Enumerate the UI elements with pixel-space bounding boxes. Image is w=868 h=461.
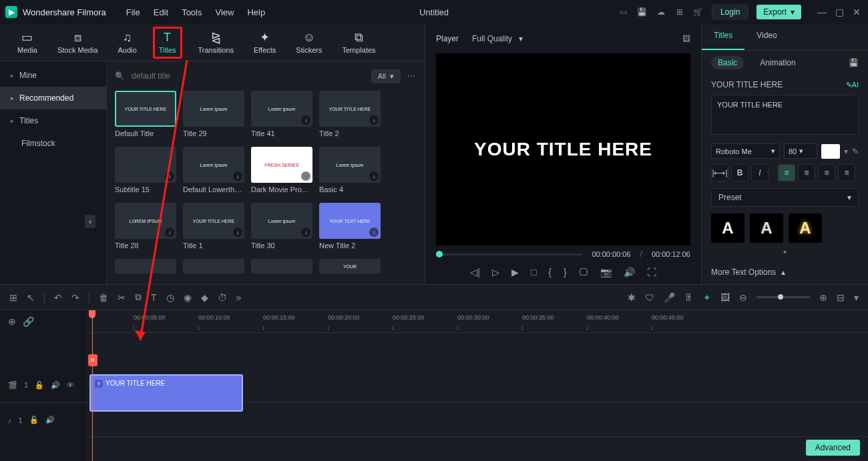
- sidebar-item-mine[interactable]: ▸Mine: [0, 64, 106, 87]
- mute-icon[interactable]: 🔊: [45, 416, 55, 424]
- tool-tab-templates[interactable]: ⧉Templates: [338, 29, 379, 57]
- time-slider[interactable]: [436, 254, 582, 256]
- title-thumbnail[interactable]: ↓Subtitle 15: [115, 147, 176, 200]
- cart-icon[interactable]: 🛒: [693, 7, 704, 17]
- tool-tab-stock-media[interactable]: ⧈Stock Media: [53, 29, 102, 57]
- eyedropper-icon[interactable]: ✎: [852, 147, 859, 156]
- cut-marker[interactable]: ✕: [88, 354, 97, 366]
- device-icon[interactable]: ▭: [618, 7, 629, 17]
- zoom-slider[interactable]: [756, 296, 810, 298]
- align-left-button[interactable]: ≡: [778, 164, 795, 181]
- timer-button[interactable]: ⏱: [218, 292, 227, 303]
- align-center-button[interactable]: ≡: [798, 164, 815, 181]
- preset-thumb-1[interactable]: A: [711, 213, 744, 243]
- download-icon[interactable]: ↓: [369, 115, 379, 125]
- audio-track-header[interactable]: ♪ 1 🔓 🔊: [0, 402, 87, 437]
- menu-edit[interactable]: Edit: [154, 7, 168, 17]
- lock-icon[interactable]: 🔓: [35, 381, 44, 390]
- menu-help[interactable]: Help: [247, 7, 265, 17]
- title-thumbnail[interactable]: YOUR TEXT HERE↓New Title 2: [319, 203, 381, 256]
- camera-icon[interactable]: 📷: [600, 267, 612, 278]
- mark-out-button[interactable]: }: [564, 267, 567, 278]
- color-button[interactable]: ◉: [184, 292, 192, 303]
- font-dropdown[interactable]: Roboto Me▾: [711, 143, 780, 159]
- more-tools-button[interactable]: »: [236, 292, 242, 303]
- rp-tab-titles[interactable]: Titles: [702, 24, 744, 50]
- title-thumbnail[interactable]: Lorem Ipsum↓Basic 4: [319, 147, 381, 200]
- title-clip[interactable]: T YOUR TITLE HERE: [89, 374, 243, 412]
- maximize-button[interactable]: ▢: [833, 6, 845, 18]
- text-button[interactable]: T: [151, 292, 157, 303]
- title-thumbnail[interactable]: YOUR TITLE HERE↓Title 1: [183, 203, 244, 256]
- presets-expand[interactable]: ▾: [711, 248, 859, 256]
- align-right-button[interactable]: ≡: [818, 164, 835, 181]
- add-track-button[interactable]: ⊕: [8, 316, 16, 327]
- title-thumbnail[interactable]: YOUR: [319, 259, 381, 274]
- title-thumbnail[interactable]: Lorem IpsumTitle 29: [183, 91, 244, 144]
- sidebar-item-titles[interactable]: ▸Titles: [0, 109, 106, 132]
- snapshot-icon[interactable]: 🖼: [682, 34, 690, 43]
- download-icon[interactable]: ↓: [165, 227, 174, 237]
- apps-icon[interactable]: ⊞: [674, 7, 685, 17]
- sidebar-collapse-button[interactable]: ‹: [0, 208, 106, 235]
- redo-button[interactable]: ↷: [71, 292, 79, 303]
- shield-icon[interactable]: 🛡: [645, 292, 654, 303]
- video-track-header[interactable]: 🎬 1 🔓 🔊 👁: [0, 368, 87, 402]
- tool-tab-effects[interactable]: ✦Effects: [250, 29, 280, 57]
- tracks-area[interactable]: 00:00:05:0000:00:10:0000:00:15:0000:00:2…: [87, 310, 868, 461]
- more-text-options[interactable]: More Text Options▴: [702, 261, 868, 284]
- export-button[interactable]: Export▾: [756, 5, 801, 19]
- play-button[interactable]: ▶: [511, 267, 519, 278]
- preview-canvas[interactable]: YOUR TITLE HERE: [436, 53, 690, 246]
- zoom-in-button[interactable]: ⊕: [819, 292, 827, 303]
- download-icon[interactable]: ↓: [233, 171, 242, 181]
- more-options-button[interactable]: ⋯: [407, 71, 417, 81]
- search-input[interactable]: [132, 71, 365, 81]
- title-thumbnail[interactable]: YOUR TITLE HERE↓Title 2: [319, 91, 381, 144]
- view-icon[interactable]: ⊟: [837, 292, 845, 303]
- filter-dropdown[interactable]: All▾: [371, 69, 401, 83]
- align-justify-button[interactable]: ≡: [838, 164, 855, 181]
- sidebar-item-filmstock[interactable]: Filmstock: [0, 132, 106, 155]
- pointer-icon[interactable]: ↖: [27, 292, 35, 303]
- title-thumbnail[interactable]: YOUR TITLE HEREDefault Title: [115, 91, 176, 144]
- edit-ai-icon[interactable]: ✎AI: [846, 81, 859, 89]
- download-icon[interactable]: ↓: [165, 171, 174, 181]
- preset-dropdown[interactable]: Preset▾: [711, 188, 859, 207]
- crop-button[interactable]: ⧉: [135, 292, 142, 303]
- bold-button[interactable]: B: [731, 164, 748, 181]
- delete-button[interactable]: 🗑: [99, 292, 108, 303]
- link-button[interactable]: 🔗: [23, 316, 34, 327]
- display-icon[interactable]: 🖵: [579, 267, 588, 278]
- spacing-button[interactable]: |⟷|: [711, 164, 728, 181]
- menu-file[interactable]: File: [126, 7, 140, 17]
- stop-button[interactable]: □: [531, 267, 536, 278]
- preset-thumb-2[interactable]: A: [750, 213, 783, 243]
- title-thumbnail[interactable]: [115, 259, 176, 274]
- menu-tools[interactable]: Tools: [182, 7, 202, 17]
- keyframe-button[interactable]: ◆: [201, 292, 208, 303]
- save-icon[interactable]: 💾: [637, 7, 648, 17]
- timeline-ruler[interactable]: 00:00:05:0000:00:10:0000:00:15:0000:00:2…: [87, 310, 868, 333]
- title-thumbnail[interactable]: [251, 259, 312, 274]
- download-icon[interactable]: ↓: [301, 115, 310, 125]
- cut-button[interactable]: ✂: [118, 292, 126, 303]
- playhead[interactable]: [92, 310, 93, 461]
- tool-tab-titles[interactable]: TTitles: [153, 27, 182, 59]
- volume-icon[interactable]: 🔊: [624, 267, 635, 278]
- title-thumbnail[interactable]: Lorem Ipsum↓Default Lowerth…: [183, 147, 244, 200]
- save-preset-icon[interactable]: 💾: [849, 58, 859, 67]
- title-thumbnail[interactable]: LOREM IPSUM↓Title 28: [115, 203, 176, 256]
- tool-tab-media[interactable]: ▭Media: [13, 29, 41, 57]
- rp-tab-video[interactable]: Video: [744, 24, 789, 50]
- adjust-icon[interactable]: ✱: [628, 292, 636, 303]
- rp-subtab-animation[interactable]: Animation: [753, 56, 802, 69]
- font-size-dropdown[interactable]: 80▾: [784, 143, 817, 159]
- fullscreen-icon[interactable]: ⛶: [647, 267, 656, 278]
- title-thumbnail[interactable]: [183, 259, 244, 274]
- speed-button[interactable]: ◷: [166, 292, 174, 303]
- undo-button[interactable]: ↶: [54, 292, 62, 303]
- quality-dropdown[interactable]: Full Quality▾: [472, 34, 523, 43]
- chevron-down-icon[interactable]: ▾: [844, 147, 848, 156]
- download-icon[interactable]: ↓: [301, 171, 310, 181]
